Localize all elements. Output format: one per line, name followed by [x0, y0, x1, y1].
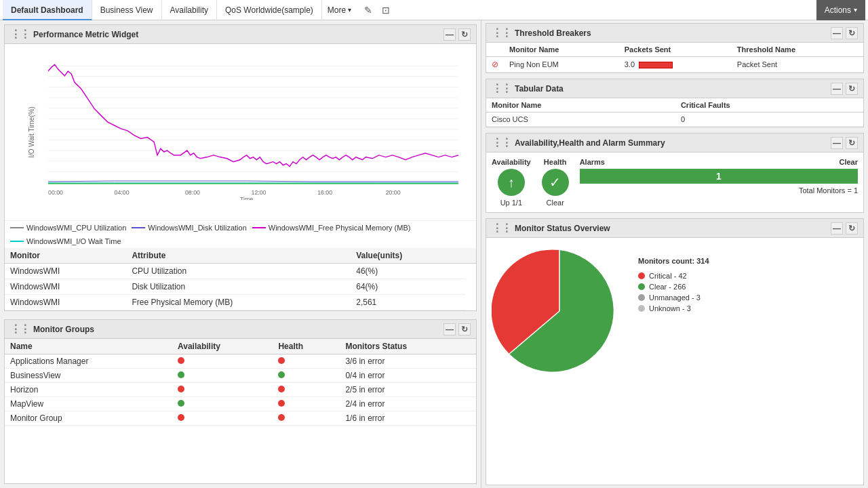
table-row: WindowsWMI Free Physical Memory (MB) 2,5…: [5, 295, 476, 310]
critical-dot: [638, 272, 645, 279]
minimize-button[interactable]: —: [831, 222, 843, 235]
col-monitor-name: Monitor Name: [486, 98, 675, 113]
alert-icon: ⊘: [492, 60, 498, 69]
col-critical-faults: Critical Faults: [675, 98, 863, 113]
clear-bar: 1: [580, 169, 858, 184]
availability-indicator: [178, 357, 184, 364]
availability-label: Availability: [492, 158, 531, 166]
left-panel: ⋮⋮ Performance Metric Widget — ↻ I/O Wai…: [0, 20, 481, 488]
refresh-button[interactable]: ↻: [846, 83, 858, 95]
alarms-label: Alarms: [580, 158, 605, 166]
list-item: Monitor Group 1/6 in error: [5, 411, 476, 426]
legend-item-cpu: WindowsWMI_CPU Utilization: [10, 224, 126, 232]
col-monitors-status: Monitors Status: [340, 339, 476, 354]
table-row: WindowsWMI CPU Utilization 46(%): [5, 264, 476, 279]
minimize-button[interactable]: —: [443, 323, 456, 336]
drag-handle: ⋮⋮: [492, 222, 511, 235]
external-link-icon[interactable]: ⊡: [378, 3, 393, 18]
tab-availability[interactable]: Availability: [162, 0, 217, 20]
widget-controls: — ↻: [443, 323, 471, 336]
table-row: WindowsWMI Disk Utilization 64(%): [5, 279, 476, 295]
col-monitor: Monitor: [5, 248, 126, 264]
col-name: Name: [5, 339, 172, 354]
svg-text:16:00: 16:00: [317, 189, 332, 196]
tab-business-view[interactable]: Business View: [92, 0, 162, 20]
monitor-groups-header: ⋮⋮ Monitor Groups — ↻: [5, 320, 476, 339]
availability-section: Availability ↑ Up 1/1: [492, 158, 531, 207]
performance-metric-widget: ⋮⋮ Performance Metric Widget — ↻ I/O Wai…: [4, 24, 477, 311]
avail-widget-header: ⋮⋮ Availability,Health and Alarm Summary…: [486, 134, 863, 152]
perf-widget-title: Performance Metric Widget: [33, 30, 138, 39]
availability-icon: ↑: [498, 169, 525, 196]
minimize-button[interactable]: —: [831, 137, 843, 149]
legend-item-memory: WindowsWMI_Free Physical Memory (MB): [252, 224, 411, 232]
legend-clear: Clear - 266: [638, 283, 709, 291]
tabular-widget-title: Tabular Data: [515, 84, 564, 94]
pie-chart-container: [492, 243, 627, 379]
widget-controls: — ↻: [831, 222, 858, 235]
health-indicator: [278, 386, 285, 392]
minimize-button[interactable]: —: [831, 27, 843, 39]
monitors-count-label: Monitors count: 314: [638, 257, 709, 265]
table-row: Cisco UCS 0: [486, 113, 863, 127]
edit-icon[interactable]: ✎: [361, 3, 376, 18]
col-packets-sent: Packets Sent: [619, 43, 732, 57]
actions-button[interactable]: Actions ▾: [816, 0, 865, 20]
health-status: Clear: [542, 199, 569, 207]
chart-area: I/O Wait Time(%) 0: [5, 44, 476, 220]
refresh-button[interactable]: ↻: [846, 137, 858, 149]
tabular-data-widget: ⋮⋮ Tabular Data — ↻ Monitor Name Critica…: [486, 79, 864, 127]
unmanaged-dot: [638, 294, 645, 301]
svg-text:08:00: 08:00: [185, 189, 200, 196]
pie-legend: Monitors count: 314 Critical - 42 Clear …: [638, 243, 709, 379]
refresh-button[interactable]: ↻: [846, 222, 858, 235]
perf-widget-header: ⋮⋮ Performance Metric Widget — ↻: [5, 25, 476, 44]
threshold-widget-title: Threshold Breakers: [515, 28, 591, 38]
tab-default-dashboard[interactable]: Default Dashboard: [3, 0, 92, 20]
health-indicator: [278, 371, 285, 378]
clear-dot: [638, 283, 645, 290]
col-attribute: Attribute: [126, 248, 351, 264]
threshold-widget-header: ⋮⋮ Threshold Breakers — ↻: [486, 24, 863, 43]
health-icon: ✓: [542, 169, 569, 196]
minimize-button[interactable]: —: [443, 28, 456, 41]
legend-item-io: WindowsWMI_I/O Wait Time: [10, 237, 121, 245]
col-value: Value(units): [351, 248, 465, 264]
monitor-groups-widget: ⋮⋮ Monitor Groups — ↻ Name Availability …: [4, 319, 477, 484]
col-availability: Availability: [172, 339, 273, 354]
tab-qos[interactable]: QoS Worldwide(sample): [217, 0, 322, 20]
minimize-button[interactable]: —: [831, 83, 843, 95]
refresh-button[interactable]: ↻: [458, 323, 471, 336]
tab-more[interactable]: More ▾: [322, 0, 357, 20]
refresh-button[interactable]: ↻: [846, 27, 858, 39]
svg-text:04:00: 04:00: [115, 189, 130, 196]
widget-controls: — ↻: [443, 28, 471, 41]
threshold-bar: [639, 62, 673, 68]
monitor-status-title: Monitor Status Overview: [515, 224, 610, 233]
health-section: Health ✓ Clear: [542, 158, 569, 207]
top-navigation: Default Dashboard Business View Availabi…: [0, 0, 868, 20]
y-axis-label: I/O Wait Time(%): [28, 106, 35, 158]
svg-text:Time: Time: [240, 196, 253, 200]
legend-item-disk: WindowsWMI_Disk Utilization: [132, 224, 246, 232]
chart-legend: WindowsWMI_CPU Utilization WindowsWMI_Di…: [5, 220, 476, 248]
legend-unmanaged: Unmanaged - 3: [638, 293, 709, 302]
monitor-status-widget: ⋮⋮ Monitor Status Overview — ↻: [486, 218, 864, 485]
list-item: BusinessView 0/4 in error: [5, 369, 476, 383]
legend-line-io: [10, 241, 24, 242]
svg-text:20:00: 20:00: [386, 189, 401, 196]
health-indicator: [278, 414, 285, 421]
legend-unknown: Unknown - 3: [638, 304, 709, 312]
performance-chart: 0 500 1000 1500 2000 2500 3000 3500 4000…: [48, 51, 458, 200]
refresh-button[interactable]: ↻: [458, 28, 471, 41]
drag-handle: ⋮⋮: [492, 82, 511, 95]
availability-indicator: [178, 371, 184, 378]
widget-controls: — ↻: [831, 137, 858, 149]
monitor-groups-table-container[interactable]: Name Availability Health Monitors Status…: [5, 339, 476, 483]
unknown-dot: [638, 305, 645, 312]
list-item: Horizon 2/5 in error: [5, 383, 476, 397]
clear-label: Clear: [839, 158, 858, 166]
monitor-groups-table: Name Availability Health Monitors Status…: [5, 339, 476, 426]
col-threshold-name: Threshold Name: [732, 43, 863, 57]
perf-data-table-container[interactable]: Monitor Attribute Value(units) WindowsWM…: [5, 248, 476, 310]
